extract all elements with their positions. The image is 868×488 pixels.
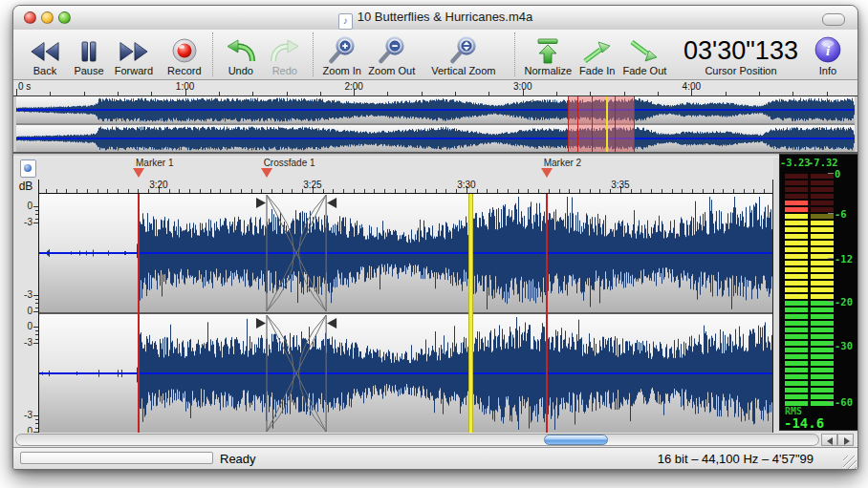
scrollbar-track[interactable] (15, 434, 819, 446)
ruler-tick (84, 92, 85, 95)
cursor-position-label: Cursor Position (705, 65, 776, 76)
zoom-in-icon (328, 35, 357, 64)
editor-time-ruler[interactable]: 3:203:253:303:35 (39, 180, 773, 194)
ruler-tick (422, 92, 423, 95)
editor-area: Marker 1Crossfade 1Marker 2 3:203:253:30… (13, 158, 773, 433)
db-scale-minor-tick (35, 334, 38, 335)
fade-out-button[interactable]: Fade Out (619, 39, 670, 76)
rewind-icon (30, 39, 60, 64)
pause-button[interactable]: Pause (67, 39, 111, 76)
undo-button[interactable]: Undo (219, 39, 263, 76)
waveform-right-border (772, 180, 773, 433)
ruler-tick (210, 189, 211, 193)
title-bar[interactable]: ♪10 Butterflies & Hurricanes.m4a (13, 6, 857, 31)
zoom-out-button[interactable]: Zoom Out (365, 35, 419, 76)
scrollbar-thumb[interactable] (544, 435, 608, 445)
overview-playhead[interactable] (606, 96, 608, 152)
record-icon (171, 37, 198, 64)
crossfade-region[interactable] (255, 194, 337, 312)
peak-value-left: -3.23 (780, 157, 809, 168)
channel-1-waveform[interactable] (39, 194, 773, 312)
toolbar-pill-button[interactable] (822, 13, 845, 26)
level-meter: -3.23 -7.32 RMS -14.6 0-6-12-20-30-60 (779, 154, 858, 431)
info-button[interactable]: i Info (806, 35, 850, 76)
status-bar: Ready 16 bit – 44,100 Hz – 4'57"99 (13, 447, 857, 470)
ruler-tick (672, 189, 673, 193)
ruler-label: 0 s (18, 81, 31, 92)
crossfade-region[interactable] (255, 314, 337, 433)
record-button[interactable]: Record (163, 37, 206, 76)
audio-document-icon[interactable] (20, 159, 36, 178)
overview-waveform[interactable] (13, 96, 857, 153)
ruler-tick (455, 92, 456, 95)
overview-waveform-canvas[interactable] (16, 96, 855, 152)
crossfade-right-handle-icon[interactable] (327, 198, 336, 208)
ruler-tick (559, 189, 560, 193)
meter-scale-label: -6 (835, 208, 858, 220)
ruler-label: 3:25 (293, 180, 332, 190)
format-text: 16 bit – 44,100 Hz – 4'57"99 (658, 452, 814, 466)
markers-bar[interactable]: Marker 1Crossfade 1Marker 2 (13, 158, 773, 180)
ruler-tick (415, 189, 416, 193)
ruler-tick (556, 92, 557, 95)
meter-segment-right (811, 207, 834, 212)
meter-segment-right (811, 267, 834, 272)
ruler-tick (46, 189, 47, 193)
marker-icon[interactable] (133, 168, 144, 178)
fade-in-button[interactable]: Fade In (575, 39, 619, 76)
crossfade-marker-icon[interactable] (261, 168, 272, 178)
scroll-left-button[interactable] (821, 434, 837, 446)
progress-bar (20, 452, 213, 464)
ruler-tick (703, 189, 704, 193)
ruler-tick (827, 92, 828, 95)
ruler-label: 4:00 (674, 81, 708, 92)
meter-segment-left (785, 287, 808, 292)
ruler-tick (640, 189, 641, 193)
resize-grip[interactable] (843, 456, 857, 469)
overview-marker-line (577, 96, 578, 152)
scroll-right-button[interactable] (837, 434, 854, 446)
ruler-label: 3:20 (140, 180, 178, 190)
crossfade-right-handle-icon[interactable] (327, 318, 336, 329)
cursor-position-display: 03'30"133 Cursor Position (676, 36, 806, 76)
ruler-tick (384, 189, 385, 193)
meter-segment-left (785, 381, 808, 386)
left-arrow-icon (827, 437, 833, 445)
db-scale-minor-tick (35, 419, 38, 420)
horizontal-scrollbar[interactable] (13, 433, 857, 447)
marker-line (138, 194, 140, 433)
fade-in-label: Fade In (579, 65, 615, 76)
overview-ruler[interactable]: 0 s1:002:003:004:00 (13, 80, 857, 96)
db-unit-label: dB (15, 180, 36, 194)
meter-segment-left (785, 314, 808, 319)
db-scale-label: -3 (15, 337, 33, 348)
fade-in-icon (583, 39, 612, 64)
crossfade-left-handle-icon[interactable] (256, 198, 266, 208)
ruler-tick (590, 189, 591, 193)
meter-segment-right (811, 308, 834, 312)
back-button[interactable]: Back (23, 39, 67, 76)
window-title-wrap: ♪10 Butterflies & Hurricanes.m4a (13, 10, 857, 30)
marker-icon[interactable] (541, 168, 553, 178)
ruler-tick (624, 92, 625, 95)
channel-2-waveform[interactable] (39, 314, 773, 433)
waveform-channels[interactable] (39, 194, 773, 433)
overview-selection-region[interactable] (568, 96, 635, 152)
crossfade-left-handle-icon[interactable] (256, 318, 266, 329)
ruler-label: 3:30 (447, 180, 486, 190)
playhead-cursor[interactable] (468, 194, 473, 433)
db-scale-tick (33, 295, 38, 296)
normalize-button[interactable]: Normalize (521, 37, 575, 76)
ruler-tick (261, 189, 262, 193)
ruler-tick (528, 189, 529, 193)
meter-segment-left (785, 388, 808, 393)
zoom-in-button[interactable]: Zoom In (319, 35, 365, 76)
zoom-out-icon (378, 35, 406, 64)
db-scale-tick (33, 311, 38, 312)
forward-button[interactable]: Forward (111, 39, 157, 76)
ruler-tick (723, 189, 724, 193)
vertical-zoom-button[interactable]: Vertical Zoom (419, 35, 509, 76)
meter-segment-left (785, 214, 808, 219)
meter-segment-left (785, 348, 808, 352)
meter-segment-left (785, 180, 808, 185)
